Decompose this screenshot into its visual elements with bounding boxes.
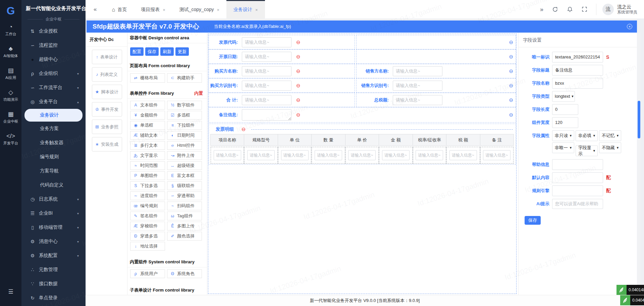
rail-item-Ai智能体[interactable]: ♣Ai智能体: [0, 42, 21, 64]
control-多图上传[interactable]: Ê多图上传: [167, 222, 202, 230]
control-扫码组件[interactable]: ~扫码组件: [167, 202, 202, 210]
control-多选框[interactable]: ☑多选框: [167, 111, 202, 120]
remove-field-icon[interactable]: ⊖: [296, 112, 301, 118]
detail-input[interactable]: [315, 150, 342, 160]
sidebar-item-企业授权[interactable]: ⇅企业授权: [21, 24, 86, 38]
field-textarea[interactable]: [242, 109, 291, 121]
detail-input[interactable]: [449, 150, 477, 160]
sidebar-item-企业组织[interactable]: ρ企业组织▾: [21, 67, 86, 81]
rule-config-badge[interactable]: 配: [606, 188, 611, 194]
field-length-input[interactable]: [552, 104, 578, 115]
field-input[interactable]: [242, 81, 291, 91]
attr-select-非唯一[interactable]: 非唯一▼: [552, 142, 574, 153]
sidebar-item-业务设计[interactable]: 业务设计: [24, 109, 83, 122]
control-富文本框[interactable]: E富文本框: [167, 171, 202, 180]
control-下拉多选[interactable]: S下拉多选: [130, 181, 165, 190]
control-数字组件[interactable]: ½数字组件: [167, 101, 202, 110]
close-tab-icon[interactable]: ×: [163, 7, 165, 12]
detail-input[interactable]: [416, 150, 443, 160]
detail-input[interactable]: [281, 150, 309, 160]
save-field-button[interactable]: 保存: [525, 216, 541, 225]
user-menu[interactable]: 流 流之云 系统管理员: [596, 4, 637, 15]
control-辅助文本[interactable]: Æ辅助文本: [130, 131, 165, 140]
remove-field-icon[interactable]: ⊖: [296, 39, 301, 45]
dev-button-列表定义[interactable]: ♪列表定义: [92, 67, 122, 82]
sidebar-item-业务平台[interactable]: ◎业务平台▴: [21, 95, 86, 109]
close-tab-icon[interactable]: ×: [255, 7, 258, 12]
field-name-input[interactable]: [552, 78, 603, 89]
toolbar-button-保存[interactable]: 保存: [145, 47, 159, 56]
control-文本组件[interactable]: A文本组件: [130, 101, 165, 110]
control-签名组件[interactable]: ✎签名组件: [130, 212, 165, 220]
detail-input[interactable]: [483, 150, 511, 160]
rail-item-企业中枢[interactable]: ▦企业中枢: [0, 107, 21, 129]
sidebar-item-超级中心[interactable]: ●超级中心: [21, 52, 86, 67]
control-进度组件[interactable]: ∼进度组件: [130, 191, 165, 200]
remove-field-icon[interactable]: ⊖: [296, 54, 301, 60]
sidebar-item-业务方案[interactable]: 业务方案: [21, 122, 86, 136]
control-构建助手[interactable]: ⊂构建助手: [167, 73, 202, 83]
ai-hint-input[interactable]: [552, 199, 603, 209]
help-info-input[interactable]: [552, 159, 603, 170]
sidebar-item-移动端管理[interactable]: ▯移动端管理▾: [21, 220, 86, 234]
remove-row-icon[interactable]: ⊖: [509, 68, 513, 74]
control-穿透多选[interactable]: Đ穿透多选: [130, 232, 165, 241]
rail-item-Ai应用[interactable]: ▤Ai应用: [0, 64, 21, 86]
tab-首页[interactable]: ⌂首页: [105, 0, 134, 18]
field-input[interactable]: [242, 66, 291, 76]
remove-row-icon[interactable]: ⊖: [509, 97, 513, 103]
remove-row-icon[interactable]: ⊖: [509, 39, 513, 45]
control-系统用户[interactable]: ρ系统用户: [130, 269, 165, 278]
remove-field-icon[interactable]: ⊖: [296, 83, 301, 89]
sidebar-item-日志系统[interactable]: ◷日志系统▾: [21, 192, 86, 206]
notifications-bell-icon[interactable]: [567, 6, 573, 12]
sidebar-item-消息中心[interactable]: ⚙消息中心▾: [21, 234, 86, 249]
attr-select-字段显示[interactable]: 字段显示▼: [576, 145, 598, 156]
sidebar-item-方案导航[interactable]: 方案导航: [21, 164, 86, 178]
detail-input[interactable]: [382, 150, 410, 160]
control-级联组件[interactable]: §级联组件: [167, 181, 202, 190]
control-多行文本[interactable]: ≣多行文本: [130, 141, 165, 150]
field-type-select[interactable]: longtext▼: [552, 91, 575, 102]
field-input[interactable]: [393, 95, 442, 105]
rail-collapse-icon[interactable]: ☰: [0, 288, 21, 295]
sidebar-item-业务触发器[interactable]: 业务触发器: [21, 136, 86, 150]
tab-项目报表[interactable]: 项目报表×: [134, 0, 172, 18]
detail-input[interactable]: [214, 150, 241, 160]
remove-field-icon[interactable]: ⊖: [296, 97, 301, 103]
attr-select-不记忆[interactable]: 不记忆▼: [599, 130, 621, 141]
control-单图组件[interactable]: P单图组件: [130, 171, 165, 180]
control-栅格布局[interactable]: ⇌栅格布局: [130, 73, 165, 83]
field-title-input[interactable]: [552, 65, 603, 76]
remove-row-icon[interactable]: ⊖: [509, 83, 513, 89]
rail-item-工作台[interactable]: ◔工作台: [0, 20, 21, 42]
rule-engine-input[interactable]: [552, 185, 603, 196]
control-单选框[interactable]: ◉单选框: [130, 121, 165, 130]
control-Tag组件[interactable]: ωTag组件: [167, 212, 202, 220]
control-文字显示[interactable]: あ文字显示: [130, 151, 165, 160]
panel-scrollbar[interactable]: [637, 33, 641, 295]
control-金额组件[interactable]: ¥金额组件: [130, 111, 165, 120]
attr-select-非必填[interactable]: 非必填▼: [576, 130, 598, 141]
dev-button-表单设计[interactable]: ↑表单设计: [92, 50, 122, 64]
control-穿透帮助[interactable]: ∽穿透帮助: [167, 191, 202, 200]
close-tab-icon[interactable]: ×: [217, 7, 219, 12]
control-附件上传[interactable]: ↝附件上传: [167, 151, 202, 160]
default-content-input[interactable]: [552, 172, 603, 183]
toolbar-button-刷新[interactable]: 刷新: [160, 47, 174, 56]
sidebar-item-代码自定义[interactable]: 代码自定义: [21, 178, 86, 192]
detail-input[interactable]: [247, 150, 275, 160]
control-日期时间[interactable]: ◐日期时间: [167, 131, 202, 140]
tab-业务设计[interactable]: 业务设计×: [226, 0, 265, 18]
sidebar-item-系统配置[interactable]: ⚙系统配置▾: [21, 249, 86, 263]
remove-row-icon[interactable]: ⊖: [509, 54, 513, 60]
expand-tabs-icon[interactable]: »: [540, 6, 543, 12]
dev-button-事件开发[interactable]: ♔事件开发: [92, 102, 122, 117]
dev-button-脚本设计[interactable]: ★脚本设计: [92, 85, 122, 99]
component-width-input[interactable]: [552, 117, 578, 128]
field-input[interactable]: [242, 95, 291, 105]
remove-detail-icon[interactable]: ⊖: [241, 126, 246, 132]
close-dev-window-icon[interactable]: ×: [627, 24, 632, 29]
field-input[interactable]: [393, 81, 442, 91]
remove-row-icon[interactable]: ⊖: [509, 112, 513, 118]
